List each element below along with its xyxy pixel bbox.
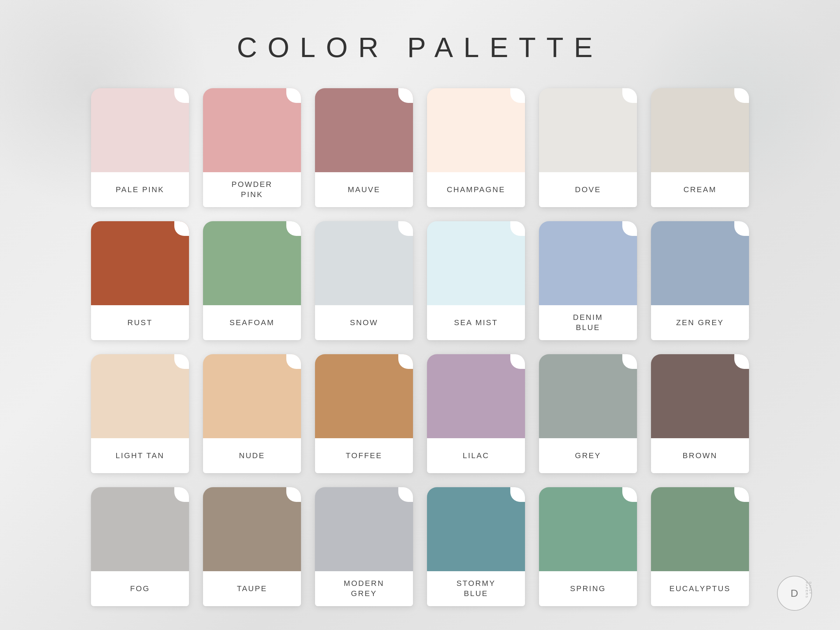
swatch-label-mauve: MAUVE [315, 172, 413, 207]
swatch-color-lilac [427, 354, 525, 438]
logo-area: D DAISY PAPERS [777, 576, 812, 611]
logo-letter: D [791, 588, 799, 598]
swatch-label-lilac: LILAC [427, 438, 525, 473]
swatch-card-pale-pink: PALE PINK [91, 88, 189, 207]
swatch-label-nude: NUDE [203, 438, 301, 473]
swatch-color-fog [91, 487, 189, 571]
swatch-card-nude: NUDE [203, 354, 301, 473]
swatch-color-spring [539, 487, 637, 571]
swatch-card-brown: BROWN [651, 354, 749, 473]
swatch-card-light-tan: LIGHT TAN [91, 354, 189, 473]
swatch-label-pale-pink: PALE PINK [91, 172, 189, 207]
swatch-color-light-tan [91, 354, 189, 438]
swatch-card-lilac: LILAC [427, 354, 525, 473]
swatch-label-sea-mist: SEA MIST [427, 305, 525, 340]
swatch-card-dove: DOVE [539, 88, 637, 207]
swatch-color-mauve [315, 88, 413, 172]
swatch-card-powder-pink: POWDERPINK [203, 88, 301, 207]
swatch-label-rust: RUST [91, 305, 189, 340]
swatch-color-rust [91, 221, 189, 305]
swatch-card-toffee: TOFFEE [315, 354, 413, 473]
swatch-card-modern-grey: MODERNGREY [315, 487, 413, 606]
swatch-color-taupe [203, 487, 301, 571]
swatch-card-rust: RUST [91, 221, 189, 340]
swatch-color-eucalyptus [651, 487, 749, 571]
swatch-label-denim-blue: DENIMBLUE [539, 305, 637, 340]
swatch-label-light-tan: LIGHT TAN [91, 438, 189, 473]
swatch-label-fog: FOG [91, 571, 189, 606]
swatch-color-denim-blue [539, 221, 637, 305]
swatch-card-mauve: MAUVE [315, 88, 413, 207]
swatch-label-eucalyptus: EUCALYPTUS [651, 571, 749, 606]
swatch-label-modern-grey: MODERNGREY [315, 571, 413, 606]
swatch-card-snow: SNOW [315, 221, 413, 340]
swatch-color-powder-pink [203, 88, 301, 172]
swatch-label-brown: BROWN [651, 438, 749, 473]
swatch-label-dove: DOVE [539, 172, 637, 207]
color-grid: PALE PINKPOWDERPINKMAUVECHAMPAGNEDOVECRE… [91, 88, 749, 606]
swatch-card-spring: SPRING [539, 487, 637, 606]
swatch-label-zen-grey: ZEN GREY [651, 305, 749, 340]
swatch-color-stormy-blue [427, 487, 525, 571]
swatch-label-grey: GREY [539, 438, 637, 473]
swatch-card-fog: FOG [91, 487, 189, 606]
swatch-label-powder-pink: POWDERPINK [203, 172, 301, 207]
swatch-label-toffee: TOFFEE [315, 438, 413, 473]
swatch-color-pale-pink [91, 88, 189, 172]
swatch-color-snow [315, 221, 413, 305]
swatch-label-cream: CREAM [651, 172, 749, 207]
swatch-color-dove [539, 88, 637, 172]
swatch-color-cream [651, 88, 749, 172]
swatch-label-seafoam: SEAFOAM [203, 305, 301, 340]
swatch-card-eucalyptus: EUCALYPTUS [651, 487, 749, 606]
swatch-card-seafoam: SEAFOAM [203, 221, 301, 340]
swatch-card-champagne: CHAMPAGNE [427, 88, 525, 207]
swatch-color-grey [539, 354, 637, 438]
swatch-card-cream: CREAM [651, 88, 749, 207]
logo-text: DAISY PAPERS [805, 582, 812, 610]
swatch-color-seafoam [203, 221, 301, 305]
swatch-card-denim-blue: DENIMBLUE [539, 221, 637, 340]
swatch-label-snow: SNOW [315, 305, 413, 340]
swatch-color-zen-grey [651, 221, 749, 305]
swatch-card-taupe: TAUPE [203, 487, 301, 606]
page-title: COLOR PALETTE [237, 32, 603, 64]
swatch-color-toffee [315, 354, 413, 438]
swatch-color-champagne [427, 88, 525, 172]
swatch-card-sea-mist: SEA MIST [427, 221, 525, 340]
swatch-color-brown [651, 354, 749, 438]
swatch-card-zen-grey: ZEN GREY [651, 221, 749, 340]
swatch-label-champagne: CHAMPAGNE [427, 172, 525, 207]
swatch-label-stormy-blue: STORMYBLUE [427, 571, 525, 606]
swatch-color-modern-grey [315, 487, 413, 571]
swatch-card-grey: GREY [539, 354, 637, 473]
swatch-color-sea-mist [427, 221, 525, 305]
swatch-card-stormy-blue: STORMYBLUE [427, 487, 525, 606]
swatch-label-taupe: TAUPE [203, 571, 301, 606]
swatch-color-nude [203, 354, 301, 438]
swatch-label-spring: SPRING [539, 571, 637, 606]
